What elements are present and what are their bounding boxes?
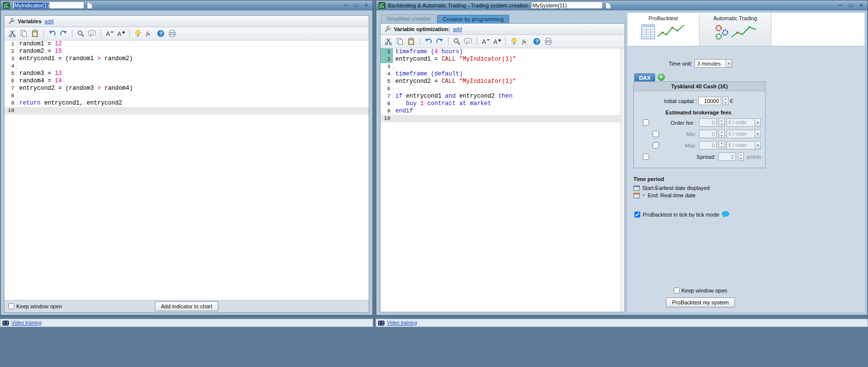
cut-icon[interactable]	[383, 37, 393, 46]
spread-checkbox[interactable]	[643, 153, 649, 160]
keep-window-open-checkbox[interactable]: Keep window open	[674, 288, 728, 294]
insert-function-icon[interactable]: fx	[521, 37, 530, 46]
keep-window-open-checkbox-input[interactable]	[8, 303, 14, 309]
min-fee-input[interactable]: 0	[699, 130, 717, 138]
keep-window-open-checkbox-input[interactable]	[674, 288, 680, 294]
document-icon[interactable]	[605, 2, 611, 9]
min-fee-stepper[interactable]: ▲▼	[719, 130, 725, 138]
code-line[interactable]: 1random1 = 12	[4, 40, 369, 48]
spread-stepper[interactable]: ▲▼	[738, 152, 744, 161]
add-indicator-to-chart-button[interactable]: Add indicator to chart	[155, 301, 219, 311]
search-icon[interactable]	[76, 29, 86, 38]
code-line[interactable]: 9return entrycond1, entrycond2	[4, 100, 369, 107]
help-icon[interactable]: ?	[156, 29, 166, 38]
order-fee-input[interactable]: 0	[699, 118, 717, 127]
insert-function-icon[interactable]: fx	[144, 29, 154, 38]
chat-bubble-icon[interactable]	[722, 211, 729, 218]
font-larger-icon[interactable]: A	[116, 29, 126, 38]
font-smaller-icon[interactable]: A	[481, 37, 490, 46]
code-line[interactable]: 4timeframe (default)	[381, 71, 625, 78]
system-name-field[interactable]: MySystem(11)	[531, 1, 603, 9]
code-line[interactable]: 6	[381, 85, 625, 93]
code-line[interactable]: 10	[4, 107, 369, 114]
document-icon[interactable]	[87, 2, 93, 9]
tab-automatic-trading[interactable]: Automatic Trading	[699, 13, 771, 46]
order-fee-checkbox[interactable]	[643, 119, 649, 126]
time-unit-select[interactable]: 3 minutes ▼	[694, 59, 732, 68]
add-market-button[interactable]: +	[658, 73, 665, 81]
initial-capital-stepper[interactable]: ▲▼	[723, 97, 729, 105]
backtesting-titlebar[interactable]: Backtesting & Automatic Trading - Tradin…	[376, 0, 868, 10]
tab-dax-market[interactable]: DAX	[634, 73, 655, 81]
maximize-button[interactable]: □	[847, 2, 855, 9]
redo-icon[interactable]	[435, 37, 445, 46]
code-line[interactable]: 2entrycond1 = CALL "MyIndicator(1)"	[381, 56, 625, 63]
search-icon[interactable]	[452, 37, 462, 46]
keep-window-open-checkbox[interactable]: Keep window open	[8, 303, 62, 309]
paste-icon[interactable]	[30, 29, 40, 38]
calendar-icon[interactable]	[633, 185, 640, 191]
minimize-button[interactable]: ─	[836, 2, 844, 9]
code-line[interactable]: 3entrycond1 = (random1 > random2)	[4, 55, 369, 63]
min-fee-unit-select[interactable]: € / order▼	[727, 130, 761, 138]
max-fee-unit-select[interactable]: € / order▼	[727, 141, 761, 149]
probacktest-my-system-button[interactable]: ProBacktest my system	[666, 297, 735, 307]
code-line[interactable]: 7if entrycond1 and entrycond2 then	[381, 93, 625, 100]
paste-icon[interactable]	[406, 37, 416, 46]
copy-icon[interactable]	[395, 37, 405, 46]
undo-icon[interactable]	[423, 37, 433, 46]
print-icon[interactable]	[167, 29, 177, 38]
code-line[interactable]: 8 buy 1 contract at market	[381, 100, 625, 108]
code-line[interactable]: 6random4 = 14	[4, 77, 369, 85]
chevron-down-icon[interactable]: ▼	[642, 194, 645, 197]
tab-probacktest[interactable]: ProBacktest	[627, 13, 699, 46]
code-line[interactable]: 7entrycond2 = (random3 > random4)	[4, 85, 369, 92]
comment-icon[interactable]: //	[87, 29, 97, 38]
code-line[interactable]: 1timeframe (4 hours)	[381, 48, 625, 56]
hint-icon[interactable]	[133, 29, 143, 38]
copy-icon[interactable]	[19, 29, 29, 38]
vertical-scrollbar[interactable]	[621, 48, 625, 312]
code-line[interactable]: 5random3 = 13	[4, 70, 369, 77]
tab-creation-by-programming[interactable]: Creation by programming	[437, 15, 509, 24]
code-line[interactable]: 9endif	[381, 108, 625, 115]
print-icon[interactable]	[543, 37, 553, 46]
indicator-titlebar[interactable]: MyIndicator(1) ─ □ ×	[0, 0, 373, 10]
cut-icon[interactable]	[7, 29, 17, 38]
add-variable-link[interactable]: add	[44, 18, 53, 24]
max-fee-input[interactable]: 0	[699, 141, 717, 149]
order-fee-unit-select[interactable]: € / order▼	[727, 118, 761, 127]
code-line[interactable]: 8	[4, 92, 369, 100]
help-icon[interactable]: ?	[532, 37, 542, 46]
code-line[interactable]: 5entrycond2 = CALL "MyIndicator(1)"	[381, 78, 625, 85]
system-code-editor[interactable]: 1timeframe (4 hours)2entrycond1 = CALL "…	[381, 48, 625, 122]
indicator-code-editor[interactable]: 1random1 = 122random2 = 153entrycond1 = …	[4, 40, 369, 300]
min-fee-checkbox[interactable]	[653, 131, 659, 137]
spread-input[interactable]: 2	[718, 152, 736, 161]
code-line[interactable]: 10	[381, 115, 625, 122]
comment-icon[interactable]: //	[463, 37, 473, 46]
hint-icon[interactable]	[509, 37, 519, 46]
font-smaller-icon[interactable]: A	[104, 29, 114, 38]
add-optimization-link[interactable]: add	[453, 26, 462, 32]
max-fee-stepper[interactable]: ▲▼	[719, 141, 725, 149]
tick-by-tick-checkbox-input[interactable]	[634, 212, 640, 218]
undo-icon[interactable]	[47, 29, 57, 38]
indicator-name-field[interactable]: MyIndicator(1)	[12, 1, 84, 9]
max-fee-checkbox[interactable]	[653, 142, 659, 148]
code-line[interactable]: 2random2 = 15	[4, 48, 369, 55]
video-training-link[interactable]: Video training	[387, 320, 417, 326]
tab-simplified-creation[interactable]: Simplified creation	[381, 14, 436, 23]
minimize-button[interactable]: ─	[342, 2, 349, 9]
redo-icon[interactable]	[59, 29, 69, 38]
tick-by-tick-checkbox[interactable]: ProBacktest in tick by tick mode	[633, 211, 865, 218]
code-line[interactable]: 3	[381, 63, 625, 71]
video-training-link[interactable]: Video training	[11, 320, 41, 326]
close-button[interactable]: ×	[857, 2, 865, 9]
calendar-icon[interactable]	[633, 192, 640, 198]
order-fee-stepper[interactable]: ▲▼	[719, 118, 725, 127]
code-line[interactable]: 4	[4, 63, 369, 70]
maximize-button[interactable]: □	[352, 2, 360, 9]
close-button[interactable]: ×	[362, 2, 370, 9]
initial-capital-input[interactable]: 10000	[698, 97, 721, 105]
